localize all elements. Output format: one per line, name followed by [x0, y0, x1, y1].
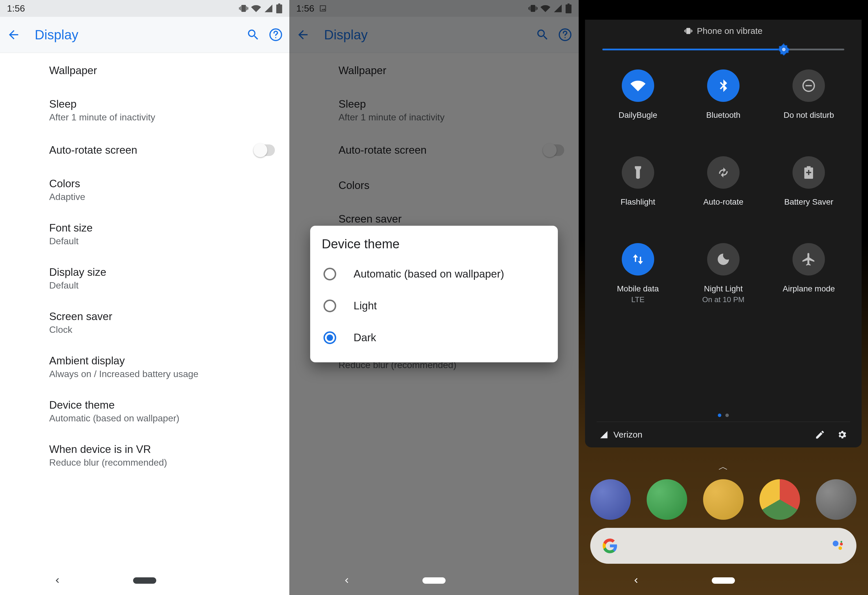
- carrier-label: Verizon: [599, 430, 642, 440]
- qs-tile-label: Auto-rotate: [703, 197, 744, 207]
- hangouts-app-icon[interactable]: [647, 479, 687, 520]
- bluetooth-icon: [716, 78, 731, 93]
- settings-row[interactable]: When device is in VRReduce blur (recomme…: [0, 434, 289, 478]
- airplane-icon: [801, 252, 816, 267]
- row-title: Wallpaper: [49, 65, 289, 77]
- qs-tile-label: Bluetooth: [706, 111, 740, 120]
- slack-app-icon[interactable]: [703, 479, 744, 520]
- qs-tile-circle: [793, 156, 825, 189]
- settings-row[interactable]: Font sizeDefault: [0, 212, 289, 256]
- qs-tile-circle: [707, 243, 740, 276]
- qs-tile[interactable]: Auto-rotate: [682, 151, 765, 235]
- radio-option[interactable]: Dark: [322, 322, 546, 354]
- google-search-bar[interactable]: [590, 528, 856, 564]
- rotate-icon: [716, 165, 731, 180]
- nav-bar: [579, 566, 868, 595]
- row-title: Font size: [49, 222, 289, 234]
- nav-home-pill[interactable]: [133, 577, 156, 584]
- radio-label: Dark: [354, 332, 376, 344]
- qs-tile[interactable]: DailyBugle: [596, 63, 679, 148]
- row-subtitle: Always on / Increased battery usage: [49, 369, 289, 379]
- search-button[interactable]: [245, 27, 261, 43]
- ringer-status[interactable]: Phone on vibrate: [596, 26, 850, 36]
- nav-back-button[interactable]: [52, 576, 62, 585]
- tiles-pager[interactable]: [596, 408, 850, 422]
- settings-row[interactable]: Display sizeDefault: [0, 256, 289, 301]
- dnd-icon: [801, 78, 816, 93]
- nav-bar: [289, 566, 579, 595]
- night-light-icon: [716, 252, 731, 267]
- chevron-left-icon: [52, 576, 62, 585]
- wifi-icon: [251, 3, 261, 13]
- vibrate-icon: [684, 27, 692, 35]
- row-title: Device theme: [49, 399, 289, 411]
- row-subtitle: Reduce blur (recommended): [49, 457, 289, 468]
- nav-back-button[interactable]: [631, 576, 641, 585]
- settings-row[interactable]: Ambient displayAlways on / Increased bat…: [0, 345, 289, 389]
- battery-saver-icon: [801, 165, 816, 180]
- brightness-slider[interactable]: [602, 49, 844, 50]
- settings-row[interactable]: Device themeAutomatic (based on wallpape…: [0, 389, 289, 434]
- settings-row[interactable]: SleepAfter 1 minute of inactivity: [0, 88, 289, 133]
- quick-settings-screen: ︿ 1:56 83% Phone on vibrate DailyBugleBl…: [579, 0, 868, 595]
- settings-button[interactable]: [837, 430, 847, 440]
- nav-bar: [0, 566, 289, 595]
- svg-rect-10: [806, 85, 812, 86]
- qs-tile[interactable]: Bluetooth: [682, 63, 765, 148]
- qs-tile-sub: On at 10 PM: [702, 295, 744, 304]
- svg-point-1: [275, 37, 276, 38]
- chrome-app-icon[interactable]: [759, 479, 800, 520]
- google-g-icon: [602, 538, 618, 554]
- settings-row[interactable]: Auto-rotate screen: [0, 133, 289, 168]
- flashlight-icon: [630, 165, 645, 180]
- qs-tile-label: Airplane mode: [782, 284, 835, 294]
- qs-tile[interactable]: Flashlight: [596, 151, 679, 235]
- chevron-left-icon: [631, 576, 641, 585]
- help-icon: [269, 28, 283, 42]
- radio-option[interactable]: Light: [322, 290, 546, 322]
- radio-button[interactable]: [323, 268, 336, 281]
- settings-row[interactable]: Screen saverClock: [0, 301, 289, 345]
- qs-tile-circle: [793, 69, 825, 102]
- radio-label: Light: [354, 300, 377, 312]
- brightness-icon: [778, 43, 790, 56]
- qs-tile[interactable]: Airplane mode: [768, 237, 850, 321]
- qs-tile[interactable]: Do not disturb: [768, 63, 850, 148]
- radio-button[interactable]: [323, 300, 336, 312]
- status-time: 1:56: [7, 3, 25, 14]
- svg-point-6: [838, 546, 842, 550]
- row-subtitle: Default: [49, 236, 289, 247]
- device-theme-dialog: Device theme Automatic (based on wallpap…: [310, 226, 558, 362]
- mobile-data-icon: [630, 252, 645, 267]
- edit-tiles-button[interactable]: [815, 430, 825, 440]
- qs-tile-circle: [793, 243, 825, 276]
- qs-tile-circle: [707, 156, 740, 189]
- svg-point-4: [833, 540, 838, 546]
- radio-button[interactable]: [323, 331, 336, 344]
- settings-row[interactable]: ColorsAdaptive: [0, 168, 289, 212]
- qs-tile-label: Night Light: [704, 284, 743, 294]
- signal-icon: [264, 4, 273, 13]
- qs-tile[interactable]: Battery Saver: [768, 151, 850, 235]
- phone-app-icon[interactable]: [590, 479, 631, 520]
- app-drawer-handle[interactable]: ︿: [718, 460, 728, 474]
- qs-tile-circle: [622, 156, 654, 189]
- qs-tile-circle: [622, 69, 654, 102]
- qs-tile[interactable]: Night LightOn at 10 PM: [682, 237, 765, 321]
- radio-option[interactable]: Automatic (based on wallpaper): [322, 258, 546, 290]
- settings-list: WallpaperSleepAfter 1 minute of inactivi…: [0, 53, 289, 478]
- nav-home-pill[interactable]: [712, 577, 735, 584]
- row-subtitle: After 1 minute of inactivity: [49, 112, 289, 123]
- nav-home-pill[interactable]: [422, 577, 446, 584]
- back-button[interactable]: [5, 27, 22, 43]
- ringer-label: Phone on vibrate: [697, 26, 763, 36]
- toggle-switch[interactable]: [254, 145, 275, 156]
- camera-app-icon[interactable]: [816, 479, 856, 520]
- arrow-back-icon: [7, 28, 21, 42]
- qs-tile[interactable]: Mobile dataLTE: [596, 237, 679, 321]
- nav-back-button[interactable]: [341, 576, 351, 585]
- help-button[interactable]: [267, 27, 284, 43]
- qs-tile-label: Mobile data: [617, 284, 659, 294]
- settings-row[interactable]: Wallpaper: [0, 53, 289, 88]
- app-dock: [590, 479, 856, 520]
